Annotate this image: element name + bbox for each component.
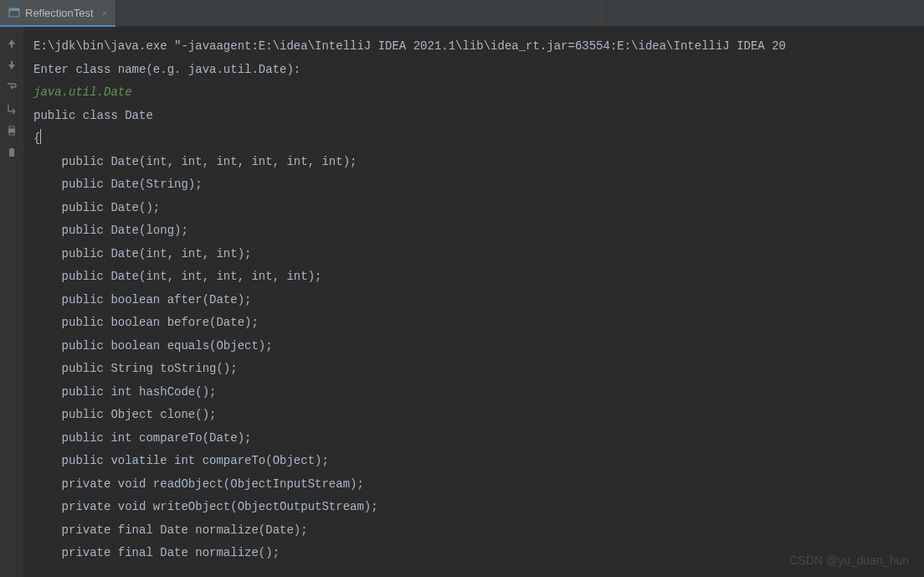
console-line: private void writeObject(ObjectOutputStr… <box>33 496 914 519</box>
print-icon[interactable] <box>5 124 18 137</box>
svg-rect-4 <box>9 132 14 135</box>
tab-reflection-test[interactable]: ReflectionTest ✕ <box>0 0 116 27</box>
console-line: public Object clone(); <box>33 404 914 427</box>
clear-icon[interactable] <box>5 146 18 159</box>
console-line: public volatile int compareTo(Object); <box>33 450 914 473</box>
run-tab-icon <box>8 7 20 18</box>
console-line: E:\jdk\bin\java.exe "-javaagent:E:\idea\… <box>33 35 914 59</box>
close-icon[interactable]: ✕ <box>102 8 108 18</box>
console-line: public boolean after(Date); <box>33 289 914 312</box>
console-line: public int compareTo(Date); <box>33 427 914 451</box>
soft-wrap-icon[interactable] <box>5 80 18 94</box>
console-line: public Date(long); <box>33 219 914 243</box>
console-line: private final Date normalize(); <box>33 542 914 565</box>
console-line: public class Date <box>33 105 914 128</box>
watermark: CSDN @yu_duan_hun <box>789 554 909 567</box>
console-line: public Date(int, int, int, int, int); <box>33 265 914 289</box>
svg-rect-1 <box>9 8 19 11</box>
main-area: E:\jdk\bin\java.exe "-javaagent:E:\idea\… <box>0 27 924 577</box>
console-line: { <box>33 127 914 151</box>
console-line: public Date(int, int, int, int, int, int… <box>33 151 914 174</box>
tab-spacer-right <box>606 0 924 26</box>
tab-bar: ReflectionTest ✕ <box>0 0 924 27</box>
console-line: Enter class name(e.g. java.util.Date): <box>33 59 914 82</box>
console-line: private void readObject(ObjectInputStrea… <box>33 473 914 497</box>
tab-spacer <box>116 0 606 26</box>
console-line: private final Date normalize(Date); <box>33 519 914 543</box>
tab-title: ReflectionTest <box>25 7 94 19</box>
arrow-up-icon[interactable] <box>5 37 18 50</box>
arrow-down-icon[interactable] <box>5 59 18 72</box>
gutter-toolbar <box>0 27 23 577</box>
console-output[interactable]: E:\jdk\bin\java.exe "-javaagent:E:\idea\… <box>23 27 924 577</box>
scroll-to-end-icon[interactable] <box>5 102 18 116</box>
console-line: public boolean before(Date); <box>33 312 914 335</box>
svg-rect-3 <box>9 126 14 129</box>
console-line: public Date(String); <box>33 173 914 197</box>
console-line: public int hashCode(); <box>33 381 914 404</box>
console-line: public String toString(); <box>33 358 914 381</box>
text-cursor <box>40 129 41 144</box>
console-line: public Date(int, int, int); <box>33 243 914 266</box>
console-line: public Date(); <box>33 197 914 220</box>
console-line: public boolean equals(Object); <box>33 335 914 358</box>
console-user-input: java.util.Date <box>33 81 914 105</box>
